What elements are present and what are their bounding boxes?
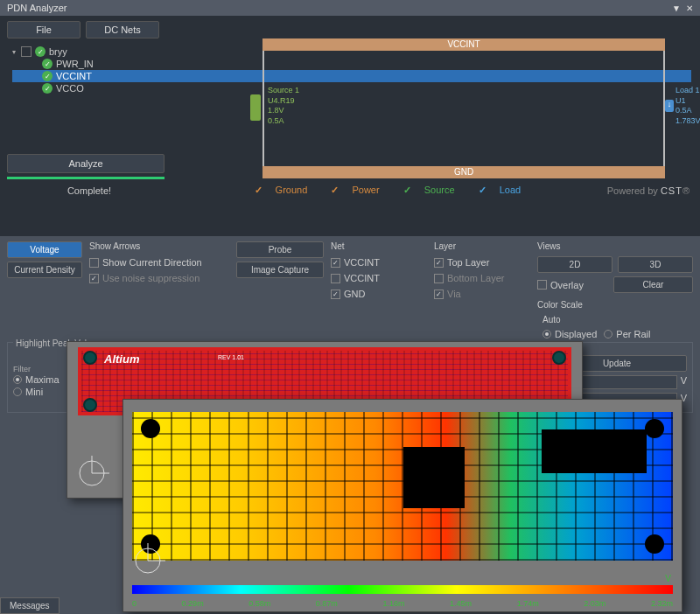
voltage-heatmap-window[interactable]: V 00.29m0.58m0.87m1.16m1.45m1.74m2.03m2.… xyxy=(122,399,682,612)
arrows-title: Show Arrows xyxy=(89,241,229,251)
status-ok-icon: ✓ xyxy=(42,83,52,94)
file-button[interactable]: File xyxy=(7,21,80,38)
tree-label: PWR_IN xyxy=(56,59,94,69)
rev-label: REV 1.01 xyxy=(218,354,244,360)
voltage-tab[interactable]: Voltage xyxy=(7,241,82,258)
heatmap xyxy=(132,412,673,561)
tree-label: bryy xyxy=(49,46,67,57)
show-direction-checkbox[interactable]: Show Current Direction xyxy=(89,256,229,269)
view-3d-button[interactable]: 3D xyxy=(618,256,693,273)
source-icon[interactable] xyxy=(250,94,261,121)
legend-power: Power xyxy=(352,185,379,195)
mounting-hole xyxy=(552,351,566,365)
layer-title: Layer xyxy=(434,241,530,251)
net-check-1[interactable]: VCCINT xyxy=(331,272,427,284)
net-check-2[interactable]: ✓GND xyxy=(331,288,427,300)
color-scalebar xyxy=(132,585,673,594)
legend: ✓ Ground ✓ Power ✓ Source ✓ Load xyxy=(168,185,607,196)
layer-check-2[interactable]: ✓Via xyxy=(434,288,530,300)
image-capture-button[interactable]: Image Capture xyxy=(236,262,324,278)
status-text: Complete! xyxy=(10,185,168,196)
scale-labels: 00.29m0.58m0.87m1.16m1.45m1.74m2.03m2.32… xyxy=(132,599,673,608)
probe-button[interactable]: Probe xyxy=(236,241,324,258)
brand-label: Altium xyxy=(104,352,139,366)
layer-check-1[interactable]: Bottom Layer xyxy=(434,272,530,284)
status-ok-icon: ✓ xyxy=(42,59,52,69)
noise-checkbox: ✓Use noise suppression xyxy=(89,272,229,284)
checkbox[interactable] xyxy=(21,46,32,57)
wire xyxy=(262,51,264,166)
close-icon[interactable]: ✕ xyxy=(686,3,693,13)
mounting-hole xyxy=(83,398,97,412)
rail-vccint[interactable]: VCCINT xyxy=(262,38,665,51)
load-icon[interactable]: ↓ xyxy=(665,100,674,112)
mounting-hole xyxy=(83,351,97,365)
net-diagram: VCCINT GND Source 1 U4.R19 1.8V 0.5A ↓ L… xyxy=(262,35,682,184)
legend-source: Source xyxy=(424,185,455,195)
collapse-icon[interactable]: ▾ xyxy=(12,48,21,56)
filter-label: Filter xyxy=(13,365,60,373)
axis-compass[interactable] xyxy=(129,541,167,580)
views-title: Views xyxy=(537,241,693,251)
minima-radio[interactable]: Mini xyxy=(13,386,60,398)
window-title: PDN Analyzer xyxy=(7,3,66,13)
load-info: Load 1 U1 0.5A 1.783V xyxy=(676,86,700,127)
dropdown-icon[interactable]: ▼ xyxy=(672,3,681,13)
overlay-checkbox[interactable]: Overlay xyxy=(537,276,608,293)
displayed-radio[interactable]: Displayed xyxy=(542,328,597,340)
net-check-0[interactable]: ✓VCCINT xyxy=(331,256,427,269)
scale-unit: V xyxy=(665,574,671,583)
rail-gnd[interactable]: GND xyxy=(262,166,665,178)
current-density-tab[interactable]: Current Density xyxy=(7,262,82,278)
source-info: Source 1 U4.R19 1.8V 0.5A xyxy=(268,86,299,127)
perrail-radio[interactable]: Per Rail xyxy=(604,328,650,340)
net-title: Net xyxy=(331,241,427,251)
legend-load: Load xyxy=(500,185,521,195)
legend-ground: Ground xyxy=(276,185,308,195)
progress-bar xyxy=(7,177,164,179)
status-ok-icon: ✓ xyxy=(42,71,52,81)
dcnets-button[interactable]: DC Nets xyxy=(86,21,159,38)
analyze-button[interactable]: Analyze xyxy=(7,154,164,173)
messages-tab[interactable]: Messages xyxy=(0,597,60,614)
titlebar: PDN Analyzer ▼ ✕ xyxy=(0,0,700,16)
clear-button[interactable]: Clear xyxy=(613,276,693,293)
view-2d-button[interactable]: 2D xyxy=(537,256,612,273)
layer-check-0[interactable]: ✓Top Layer xyxy=(434,256,530,269)
tree-label: VCCO xyxy=(56,83,84,94)
auto-label: Auto xyxy=(537,315,693,324)
status-ok-icon: ✓ xyxy=(35,46,46,57)
powered-by: Powered by CST® xyxy=(607,185,690,196)
colorscale-title: Color Scale xyxy=(537,300,693,310)
axis-compass[interactable] xyxy=(73,454,111,492)
tree-label: VCCINT xyxy=(56,71,92,81)
unit-v: V xyxy=(681,375,687,389)
maxima-radio[interactable]: Maxima xyxy=(13,373,60,386)
